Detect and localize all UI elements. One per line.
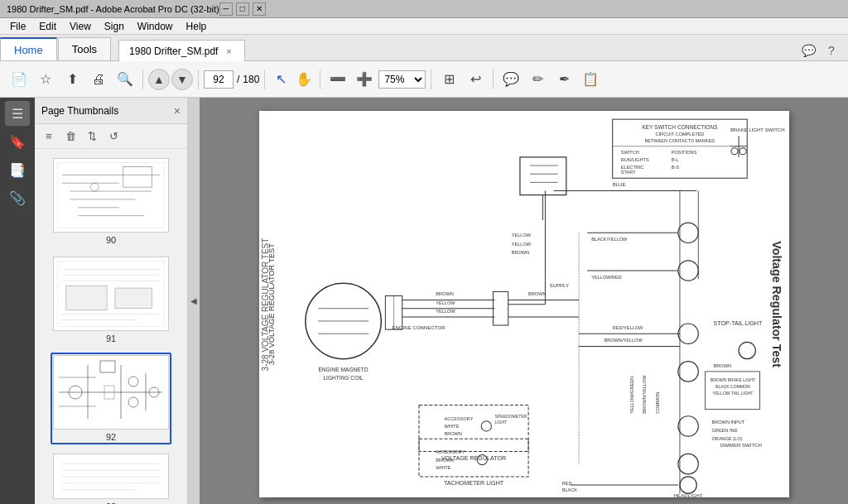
svg-text:YELLOW: YELLOW: [436, 300, 455, 305]
bookmark-button[interactable]: ☆: [33, 67, 58, 92]
svg-text:STOP-TAIL LIGHT: STOP-TAIL LIGHT: [713, 320, 762, 327]
next-page-button[interactable]: ▼: [171, 69, 193, 90]
print-button[interactable]: 🖨: [86, 67, 111, 92]
help-icon-btn[interactable]: ?: [822, 41, 841, 60]
svg-text:WHITE: WHITE: [444, 424, 459, 429]
svg-text:BROWN: BROWN: [511, 250, 528, 255]
thumb-list: 90 91: [35, 149, 187, 504]
attachments-icon[interactable]: 📎: [5, 185, 30, 210]
thumb-page-93[interactable]: 93: [51, 451, 171, 504]
thumb-page-90[interactable]: 90: [51, 156, 171, 247]
vertical-text-left: 3-28 VOLTAGE REGULATOR TEST: [261, 238, 270, 371]
maximize-button[interactable]: □: [236, 2, 249, 16]
page-separator: /: [237, 74, 239, 85]
scroll-handle[interactable]: ◀: [188, 98, 200, 504]
sep4: [320, 70, 320, 89]
zoom-in-button[interactable]: ➕: [352, 67, 377, 92]
hand-tool-button[interactable]: ✋: [293, 69, 315, 90]
comment-button[interactable]: 💬: [499, 67, 523, 92]
menu-help[interactable]: Help: [180, 19, 214, 34]
thumb-menu-button[interactable]: ≡: [40, 127, 58, 146]
draw-button[interactable]: ✒: [552, 67, 576, 92]
title-bar-controls: ─ □ ✕: [219, 2, 266, 16]
svg-rect-0: [54, 159, 168, 233]
thumb-page-91[interactable]: 91: [51, 254, 171, 346]
svg-text:Voltage Regulator Test: Voltage Regulator Test: [769, 241, 783, 367]
svg-text:SWITCH: SWITCH: [620, 150, 638, 155]
tab-icons: 💬 ?: [798, 41, 848, 60]
svg-text:YELLOW: YELLOW: [511, 242, 531, 247]
thumb-label-90: 90: [106, 235, 116, 245]
page-total: 180: [243, 74, 259, 85]
stamp-button[interactable]: 📋: [578, 67, 603, 92]
zoom-select[interactable]: 50% 75% 100% 125% 150% 200%: [378, 70, 426, 89]
svg-text:BLACK COMMON: BLACK COMMON: [716, 384, 750, 389]
thumb-move-button[interactable]: ⇅: [83, 127, 101, 146]
svg-text:SPEEDOMETER: SPEEDOMETER: [494, 414, 527, 419]
menu-edit[interactable]: Edit: [32, 19, 63, 34]
thumb-close-button[interactable]: ×: [174, 104, 181, 118]
thumbnails-icon[interactable]: ☰: [5, 101, 30, 126]
svg-text:YELLOW: YELLOW: [511, 233, 531, 238]
menu-window[interactable]: Window: [131, 19, 180, 34]
thumb-delete-button[interactable]: 🗑: [61, 127, 80, 146]
page-number-input[interactable]: [204, 70, 234, 89]
layers-icon[interactable]: 📑: [5, 157, 30, 182]
sep5: [431, 70, 431, 89]
svg-text:LIGHTING COIL: LIGHTING COIL: [323, 375, 364, 381]
thumb-rotate-button[interactable]: ↺: [104, 127, 123, 146]
menu-sign[interactable]: Sign: [98, 19, 131, 34]
wiring-diagram: 3-28 VOLTAGE REGULATOR TEST Voltage Regu…: [259, 111, 789, 497]
zoom-out-button[interactable]: ➖: [325, 67, 350, 92]
svg-text:B-L: B-L: [671, 157, 678, 162]
svg-text:ACCESSORY: ACCESSORY: [444, 416, 473, 421]
upload-button[interactable]: ⬆: [60, 67, 84, 92]
svg-text:BROWN: BROWN: [444, 431, 461, 436]
svg-text:BLACK/YELLOW: BLACK/YELLOW: [591, 237, 628, 242]
svg-text:BROWN: BROWN: [436, 458, 453, 463]
doc-tab[interactable]: 1980 Drifter_SM.pdf ×: [118, 40, 245, 61]
scroll-arrow: ◀: [190, 296, 197, 305]
menu-file[interactable]: File: [3, 19, 32, 34]
menu-view[interactable]: View: [63, 19, 98, 34]
tab-home[interactable]: Home: [0, 37, 57, 60]
rotate-button[interactable]: ↩: [463, 67, 488, 92]
svg-text:RED: RED: [561, 481, 571, 486]
sep1: [142, 70, 143, 89]
prev-page-button[interactable]: ▲: [148, 69, 170, 90]
thumb-img-91: [53, 257, 169, 331]
svg-text:RED/YELLOW: RED/YELLOW: [612, 325, 643, 330]
thumb-page-92[interactable]: 92: [51, 353, 171, 444]
svg-text:CIRCUIT COMPLETED: CIRCUIT COMPLETED: [655, 132, 704, 137]
sep3: [264, 70, 265, 89]
thumbnail-panel: Page Thumbnails × ≡ 🗑 ⇅ ↺: [35, 98, 188, 504]
bookmarks-icon[interactable]: 🔖: [5, 129, 30, 154]
thumb-toolbar: ≡ 🗑 ⇅ ↺: [35, 124, 187, 149]
tab-tools[interactable]: Tools: [58, 37, 111, 60]
sep6: [493, 70, 494, 89]
svg-rect-15: [66, 286, 107, 310]
svg-text:BROWN: BROWN: [528, 291, 546, 296]
fit-page-button[interactable]: ⊞: [436, 67, 461, 92]
title-bar-text: 1980 Drifter_SM.pdf - Adobe Acrobat Pro …: [7, 4, 219, 14]
thumb-label-91: 91: [106, 334, 116, 343]
select-tool-button[interactable]: ↖: [270, 69, 292, 90]
svg-text:RUN/LIGHTS: RUN/LIGHTS: [620, 157, 648, 162]
new-file-button[interactable]: 📄: [7, 67, 31, 92]
highlight-button[interactable]: ✏: [525, 67, 550, 92]
chat-icon-btn[interactable]: 💬: [798, 41, 818, 60]
doc-tab-close[interactable]: ×: [223, 46, 234, 57]
pdf-area[interactable]: 3-28 VOLTAGE REGULATOR TEST 3-28 VOLTAGE…: [200, 98, 848, 504]
svg-text:B-S: B-S: [671, 165, 679, 170]
svg-text:SUPPLY: SUPPLY: [549, 282, 569, 288]
svg-text:BROWN/YELLOW: BROWN/YELLOW: [604, 338, 643, 343]
svg-text:LIGHT: LIGHT: [494, 420, 507, 425]
svg-text:ORANGE (LO): ORANGE (LO): [711, 436, 742, 441]
svg-text:BETWEEN CONTACTS MARKED: BETWEEN CONTACTS MARKED: [644, 138, 715, 143]
close-button[interactable]: ✕: [253, 2, 266, 16]
thumb-img-93: [53, 454, 169, 499]
minimize-button[interactable]: ─: [219, 2, 233, 16]
svg-text:BROWN: BROWN: [436, 291, 453, 296]
search-button[interactable]: 🔍: [113, 67, 137, 92]
svg-text:GREEN IND: GREEN IND: [711, 428, 737, 433]
